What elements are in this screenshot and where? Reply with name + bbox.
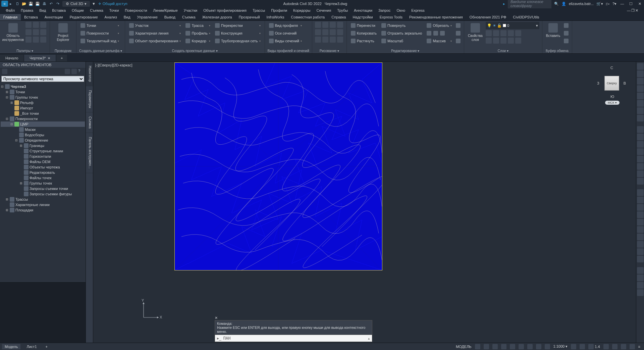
- status-icon[interactable]: [619, 344, 628, 349]
- rtb-icon[interactable]: [637, 189, 644, 196]
- menu-edit[interactable]: Правка: [18, 7, 36, 14]
- rtb-icon[interactable]: [637, 241, 644, 248]
- layer-dropdown[interactable]: 💡 ☀ 🔓 0 ▾: [486, 22, 539, 29]
- samplelines-button[interactable]: Оси сечений: [268, 30, 303, 37]
- menu-inquiry[interactable]: Запрос: [375, 7, 393, 14]
- status-icon[interactable]: [534, 344, 543, 349]
- status-scale[interactable]: 1:1000 ▾: [552, 344, 570, 349]
- tree-featurelines[interactable]: Характерные линии: [1, 202, 85, 207]
- cmd-close-icon[interactable]: ✕: [215, 316, 218, 320]
- ribtab-analyze[interactable]: Анализ: [101, 14, 120, 20]
- menu-sections[interactable]: Сечения: [313, 7, 334, 14]
- ribtab-psvutils[interactable]: Civil3DPSVUtils: [509, 14, 542, 20]
- status-grid-icon[interactable]: [473, 344, 482, 349]
- ts-icon[interactable]: [65, 69, 70, 74]
- rtb-icon[interactable]: [637, 226, 644, 233]
- doc-restore-icon[interactable]: ❐: [631, 8, 635, 13]
- draw-icon[interactable]: [337, 37, 343, 43]
- array-button[interactable]: Массив▾: [425, 37, 453, 45]
- panel-title[interactable]: Создать данные рельефа ▾: [79, 48, 122, 53]
- ribtab-output[interactable]: Вывод: [161, 14, 179, 20]
- status-modelspace[interactable]: МОДЕЛЬ: [454, 345, 473, 349]
- viewcube-face[interactable]: Сверху: [604, 76, 619, 91]
- grading-button[interactable]: Объект профилирования▾: [128, 37, 182, 45]
- layer-icon[interactable]: [508, 30, 514, 36]
- ribtab-manage[interactable]: Управление: [134, 14, 161, 20]
- tree-watersheds[interactable]: Водосборы: [1, 132, 85, 138]
- scale-button[interactable]: Масштаб: [380, 37, 423, 45]
- vtab-settings[interactable]: Параметры: [86, 86, 93, 112]
- share-button[interactable]: ✈ Общий доступ: [98, 2, 127, 6]
- tree-allpoints[interactable]: _Все точки: [1, 111, 85, 116]
- layer-icon[interactable]: [500, 38, 506, 44]
- layer-icon[interactable]: [486, 38, 492, 44]
- cut-button[interactable]: [563, 22, 569, 29]
- layer-icon[interactable]: [486, 30, 492, 36]
- move-button[interactable]: Перенести: [350, 22, 378, 29]
- palette-icon[interactable]: [40, 37, 46, 43]
- paste-button[interactable]: Вставить: [545, 22, 561, 38]
- status-icon[interactable]: [578, 344, 587, 349]
- layerprops-button[interactable]: Свойства слоя: [467, 22, 484, 42]
- palette-icon[interactable]: [25, 29, 32, 35]
- rtb-icon[interactable]: [637, 197, 644, 203]
- ribtab-insert[interactable]: Вставка: [21, 14, 41, 20]
- qat-new-icon[interactable]: 🗋: [15, 1, 20, 6]
- surfaces-button[interactable]: Поверхности▾: [79, 30, 120, 37]
- tree-boundaries[interactable]: ⊞Границы: [1, 143, 85, 148]
- panel-title[interactable]: Рисование ▾: [315, 48, 344, 53]
- qat-print-icon[interactable]: 🖶: [42, 1, 47, 6]
- ribtab-express[interactable]: Express Tools: [376, 14, 406, 20]
- ribtab-infraworks[interactable]: InfraWorks: [263, 14, 288, 20]
- menu-general[interactable]: Общие: [69, 7, 87, 14]
- palette-icon[interactable]: [33, 22, 39, 28]
- palette-icon[interactable]: [25, 37, 32, 43]
- ts-help-icon[interactable]: ?: [78, 69, 84, 74]
- rtb-icon[interactable]: [637, 248, 644, 255]
- tree-masks[interactable]: Маски: [1, 127, 85, 132]
- app-center-icon[interactable]: Ⲷ▾: [606, 2, 610, 6]
- menu-insert[interactable]: Вставка: [49, 7, 69, 14]
- app-logo[interactable]: C: [1, 1, 8, 7]
- rtb-icon[interactable]: [637, 85, 644, 92]
- qat-open-icon[interactable]: 📂: [21, 1, 27, 6]
- viewcube[interactable]: С З В Ю Сверху МСК ▾: [596, 64, 627, 105]
- rtb-icon[interactable]: [637, 134, 644, 140]
- vtab-prospector[interactable]: Навигатор: [86, 62, 93, 86]
- ucs-icon[interactable]: X Y: [140, 299, 164, 323]
- project-explorer-button[interactable]: Project Explorer: [53, 22, 73, 42]
- points-button[interactable]: Точки▾: [79, 22, 120, 29]
- help-icon[interactable]: ?▾: [612, 2, 616, 6]
- cmd-expand-icon[interactable]: ▴: [368, 336, 370, 341]
- stretch-button[interactable]: Растянуть: [350, 37, 378, 45]
- mirror-button[interactable]: Отразить зеркально: [380, 30, 423, 37]
- cart-icon[interactable]: 🛒▾: [596, 2, 603, 6]
- tree-contours[interactable]: Горизонтали: [1, 154, 85, 159]
- layer-icon[interactable]: [515, 30, 521, 36]
- info-arrow-icon[interactable]: ▸: [503, 2, 505, 6]
- doc-minimize-icon[interactable]: —: [627, 8, 631, 13]
- status-icon[interactable]: [602, 344, 610, 349]
- tree-import[interactable]: Импорт: [1, 105, 85, 111]
- vtab-toolbox[interactable]: Панель инструмен...: [86, 133, 93, 173]
- draw-icon[interactable]: [330, 29, 336, 35]
- menu-lines[interactable]: Линии/Кривые: [150, 7, 181, 14]
- tree-edits[interactable]: Редактировать: [1, 170, 85, 175]
- rtb-icon[interactable]: [637, 93, 644, 99]
- qat-undo-icon[interactable]: ↶: [48, 1, 54, 6]
- viewcube-wcs[interactable]: МСК ▾: [605, 101, 620, 105]
- rtb-icon[interactable]: [637, 163, 644, 170]
- qat-saveas-icon[interactable]: 💾: [35, 1, 40, 6]
- assembly-button[interactable]: Конструкция▾: [214, 30, 262, 37]
- search-icon[interactable]: 🔍: [554, 2, 559, 6]
- tree-root[interactable]: ⊟Чертеж3: [1, 84, 85, 89]
- draw-icon[interactable]: [330, 37, 336, 43]
- rtb-icon[interactable]: [637, 211, 644, 218]
- tree-points[interactable]: ⊞Точки: [1, 89, 85, 95]
- menu-points[interactable]: Точки: [106, 7, 122, 14]
- profileview-button[interactable]: Вид профиля▾: [268, 22, 303, 29]
- ts-icon[interactable]: [2, 69, 7, 74]
- tree-drawingobjects[interactable]: Объекты чертежа: [1, 164, 85, 170]
- rtb-icon[interactable]: [637, 141, 644, 148]
- rtb-icon[interactable]: [637, 126, 644, 133]
